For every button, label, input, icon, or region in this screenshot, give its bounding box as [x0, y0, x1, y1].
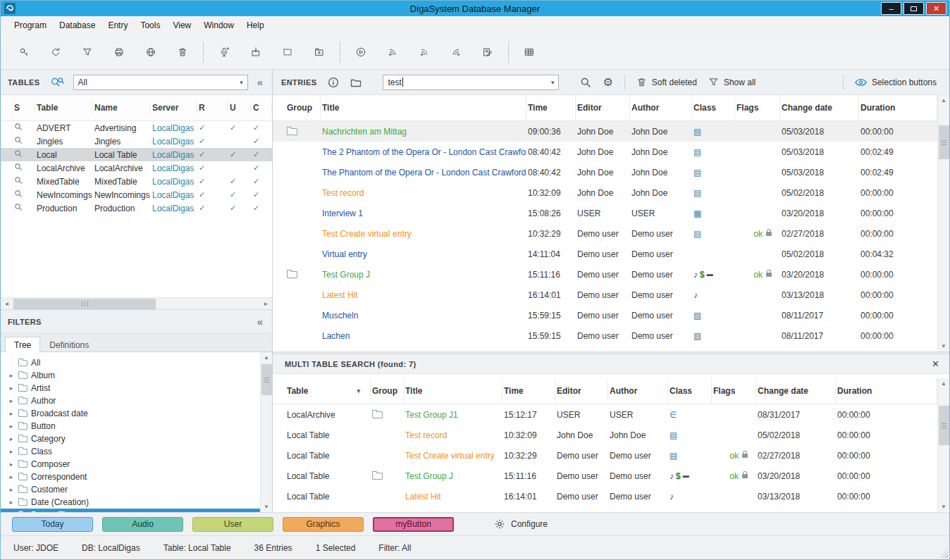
expand-icon[interactable]: ▸ — [8, 448, 15, 455]
minimize-button[interactable]: – — [881, 2, 901, 15]
column-header-group[interactable]: Group — [371, 378, 404, 404]
delete-button[interactable] — [173, 42, 192, 62]
search-tables-icon[interactable] — [50, 77, 65, 88]
table-row[interactable]: ADVERTAdvertisingLocalDigas✓✓✓ — [1, 121, 272, 135]
expand-icon[interactable]: ▸ — [8, 461, 15, 468]
tree-item-artist[interactable]: ▸Artist — [1, 382, 260, 394]
tab-tree[interactable]: Tree — [5, 337, 40, 352]
menu-database[interactable]: Database — [53, 16, 101, 35]
menu-tools[interactable]: Tools — [134, 16, 166, 35]
gear-icon[interactable]: ⚙ — [603, 77, 612, 88]
entry-row[interactable]: Muscheln15:59:15Demo userDemo user▨08/11… — [273, 305, 937, 325]
menu-view[interactable]: View — [166, 16, 197, 35]
play-button[interactable] — [351, 42, 371, 62]
column-header-class[interactable]: Class — [692, 95, 735, 120]
multi-vertical-scrollbar[interactable]: ▲ ▼ — [937, 378, 949, 512]
scroll-down-icon[interactable]: ▼ — [941, 341, 946, 351]
scroll-left-icon[interactable]: ◄ — [1, 301, 13, 307]
column-header-change-date[interactable]: Change date — [756, 378, 836, 404]
scroll-up-icon[interactable]: ▲ — [264, 352, 269, 363]
table-row[interactable]: ProductionProductionLocalDigas✓✓✓ — [1, 201, 272, 215]
multi-search-row[interactable]: Local TableLatest Hit16:14:01Demo userDe… — [273, 486, 937, 506]
quick-button-mybutton[interactable]: myButton — [373, 517, 454, 532]
entry-row[interactable]: Latest Hit16:14:01Demo userDemo user♪03/… — [273, 285, 937, 305]
column-header-time[interactable]: Time — [526, 95, 576, 120]
expand-icon[interactable]: ▸ — [8, 511, 15, 512]
web-button[interactable] — [141, 42, 161, 62]
selection-buttons-toggle[interactable]: Selection buttons — [855, 77, 942, 87]
column-header-change-date[interactable]: Change date — [780, 95, 859, 120]
key-button[interactable] — [14, 42, 34, 62]
menu-program[interactable]: Program — [8, 16, 53, 35]
column-header-s[interactable]: S — [12, 101, 35, 115]
entry-row[interactable]: Interview 115:08:26USERUSER▦03/20/201800… — [273, 203, 937, 223]
column-header-duration[interactable]: Duration — [859, 95, 937, 120]
tree-item-customer[interactable]: ▸Customer — [1, 483, 260, 496]
column-header-name[interactable]: Name — [92, 101, 150, 115]
column-header-class[interactable]: Class — [668, 378, 712, 404]
close-multi-search-button[interactable]: ✕ — [932, 359, 939, 369]
new-window-button[interactable] — [309, 42, 329, 62]
tree-item-broadcast-date[interactable]: ▸Broadcast date — [1, 407, 260, 420]
expand-icon[interactable]: ▸ — [8, 397, 15, 404]
scroll-thumb[interactable] — [939, 125, 949, 159]
table-row[interactable]: LocalLocal TableLocalDigas✓✓✓ — [1, 148, 272, 161]
quick-button-user[interactable]: User — [192, 517, 273, 532]
entry-row[interactable]: Test Group J15:11:16Demo userDemo user♪$… — [273, 264, 937, 285]
tree-item-class[interactable]: ▸Class — [1, 445, 260, 458]
expand-icon[interactable]: ▸ — [8, 385, 15, 392]
scroll-up-icon[interactable]: ▲ — [941, 95, 946, 106]
tables-filter-dropdown[interactable]: All ▾ — [73, 75, 248, 90]
entry-row[interactable]: Lachen15:59:15Demo userDemo user▨08/11/2… — [273, 325, 937, 346]
column-header-time[interactable]: Time — [502, 378, 555, 404]
record-new-button[interactable] — [214, 42, 234, 62]
column-filter-icon[interactable]: ▾ — [357, 387, 360, 394]
expand-icon[interactable]: ▸ — [8, 410, 15, 417]
column-header-r[interactable]: R — [197, 101, 228, 115]
multi-search-row[interactable]: LocalArchiveTest Group J115:12:17USERUSE… — [273, 404, 937, 425]
column-header-editor[interactable]: Editor — [576, 95, 630, 120]
column-header-title[interactable]: Title — [404, 378, 502, 404]
on-air-2-button[interactable] — [414, 42, 434, 62]
quick-button-today[interactable]: Today — [12, 517, 93, 532]
maximize-button[interactable] — [903, 2, 924, 15]
refresh-button[interactable] — [46, 42, 66, 62]
column-header-author[interactable]: Author — [608, 378, 668, 404]
entry-row[interactable]: Test record10:32:09John DoeJohn Doe▤05/0… — [273, 182, 937, 203]
scroll-thumb[interactable] — [13, 299, 156, 309]
close-button[interactable]: ✕ — [926, 2, 946, 15]
column-header-flags[interactable]: Flags — [735, 95, 780, 120]
tree-item-correspondent[interactable]: ▸Correspondent — [1, 471, 260, 483]
tree-item-album[interactable]: ▸Album — [1, 369, 260, 382]
column-header-table[interactable]: Table — [35, 101, 92, 115]
expand-icon[interactable]: ▸ — [8, 423, 15, 430]
selection-box-button[interactable] — [278, 42, 297, 62]
info-icon[interactable] — [328, 77, 339, 88]
menu-window[interactable]: Window — [197, 16, 240, 35]
column-header-title[interactable]: Title — [321, 95, 526, 120]
multi-search-row[interactable]: Local TableTest Create virtual entry10:3… — [273, 445, 937, 466]
collapse-tables-button[interactable]: « — [255, 76, 265, 88]
tree-item-date-time[interactable]: ▸Date + Time — [1, 509, 260, 512]
filter-button[interactable] — [78, 42, 97, 62]
table-row[interactable]: MixedTableMixedTableLocalDigas✓✓✓ — [1, 175, 272, 188]
column-header-editor[interactable]: Editor — [555, 378, 608, 404]
entries-vertical-scrollbar[interactable]: ▲ ▼ — [937, 95, 949, 351]
tables-horizontal-scrollbar[interactable]: ◄ ► — [1, 297, 272, 309]
multi-table-button[interactable] — [519, 42, 539, 62]
entry-row[interactable]: Virtual entry14:11:04Demo userDemo user0… — [273, 244, 937, 264]
filters-vertical-scrollbar[interactable]: ▲ ▼ — [260, 352, 272, 512]
column-header-server[interactable]: Server — [150, 101, 197, 115]
expand-icon[interactable]: ▸ — [8, 372, 15, 379]
tree-item-all[interactable]: All — [1, 356, 260, 369]
multi-search-row[interactable]: Local TableTest Group J15:11:16Demo user… — [273, 466, 937, 486]
soft-deleted-button[interactable]: Soft deleted — [636, 77, 697, 87]
menu-entry[interactable]: Entry — [101, 16, 134, 35]
expand-icon[interactable]: ▸ — [8, 499, 15, 506]
table-row[interactable]: JinglesJinglesLocalDigas✓✓ — [1, 135, 272, 148]
dropdown-arrow-icon[interactable]: ▾ — [235, 79, 243, 86]
expand-icon[interactable]: ▸ — [8, 473, 15, 480]
expand-icon[interactable]: ▸ — [8, 486, 15, 493]
column-header-table[interactable]: Table▾ — [285, 378, 371, 404]
column-header-flags[interactable]: Flags — [712, 378, 756, 404]
